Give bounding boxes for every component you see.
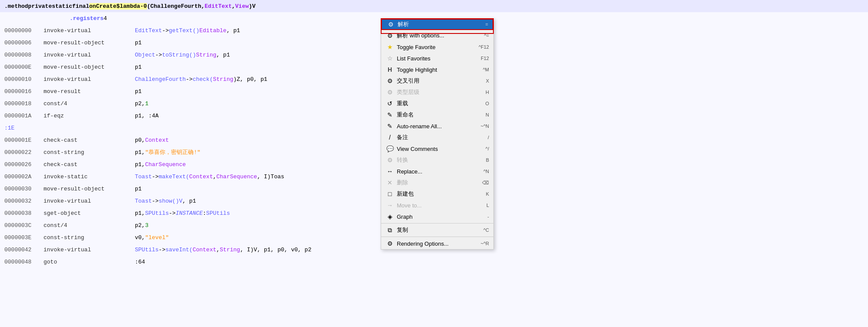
- menu-shortcut-reload: O: [485, 101, 489, 106]
- menu-shortcut-jiexi-options: ^=: [484, 33, 489, 38]
- arg-14b: SPUtils: [145, 210, 169, 217]
- opcode-13: invoke-virtual: [44, 198, 135, 204]
- opcode-12: move-result-object: [44, 186, 135, 192]
- menu-icon-rendering: ⚙: [385, 239, 394, 248]
- addr-6: 00000018: [4, 100, 44, 107]
- menu-shortcut-view-comments: ^/: [486, 146, 489, 151]
- menu-item-replace[interactable]: ↔ Replace... ^N: [381, 166, 493, 177]
- menu-item-type-hier[interactable]: ⚙ 类型层级 H: [381, 87, 493, 98]
- arg-15b: 3: [145, 222, 148, 229]
- param-view: View: [235, 3, 249, 10]
- arg-18: :64: [135, 259, 145, 265]
- menu-label-toggle-favorite: Toggle Favorite: [397, 44, 479, 50]
- menu-shortcut-cross-ref: X: [486, 78, 489, 83]
- arg-14c: ->: [169, 210, 176, 217]
- opcode-4: invoke-virtual: [44, 76, 135, 83]
- addr-4: 00000010: [4, 76, 44, 83]
- arg-17g: , I)V, p1, p0, v0, p2: [240, 247, 312, 253]
- menu-item-reload[interactable]: ↺ 重载 O: [381, 98, 493, 109]
- arg-10a: p1,: [135, 161, 145, 168]
- menu-item-view-comments[interactable]: 💬 View Comments ^/: [381, 143, 493, 154]
- arg-7: p1, :4A: [135, 113, 159, 119]
- arg-8b: Context: [145, 137, 169, 143]
- arg-p1: , p1: [227, 27, 240, 34]
- arg-arrow2: ->: [155, 52, 162, 58]
- arg-11f: , I)Toas: [257, 174, 284, 180]
- menu-item-toggle-favorite[interactable]: ★ Toggle Favorite ^F12: [381, 41, 493, 53]
- menu-item-convert[interactable]: ⚙ 转换 B: [381, 154, 493, 166]
- menu-item-rename[interactable]: ✎ 重命名 N: [381, 109, 493, 120]
- menu-label-rendering-options: Rendering Options...: [397, 240, 480, 247]
- opcode-11: invoke-static: [44, 174, 135, 180]
- addr-8: 0000001E: [4, 137, 44, 143]
- arg-11a: Toast: [135, 174, 152, 180]
- addr-11: 0000002A: [4, 174, 44, 180]
- addr-0: 00000000: [4, 27, 44, 34]
- menu-item-toggle-highlight[interactable]: H Toggle Highlight ^M: [381, 64, 493, 75]
- arg-3: p1: [135, 64, 142, 70]
- opcode-5: move-result: [44, 88, 135, 95]
- arg-6a: p2,: [135, 100, 145, 107]
- arg-16b: "level": [145, 234, 169, 241]
- menu-shortcut-graph: -: [487, 214, 489, 219]
- arg-11d: ,: [213, 174, 216, 180]
- menu-shortcut-rendering-options: ~^R: [480, 241, 489, 246]
- param-comma: ,: [232, 3, 235, 10]
- arg-arrow: ->: [162, 27, 169, 34]
- addr-14: 00000038: [4, 210, 44, 217]
- arg-edittext-ref: EditText: [135, 27, 162, 34]
- arg-14a: p1,: [135, 210, 145, 217]
- menu-icon-auto-rename: ✎: [385, 122, 394, 130]
- menu-label-replace: Replace...: [397, 168, 483, 175]
- menu-shortcut-delete: ⌫: [482, 180, 489, 186]
- arg-11e: CharSequence: [216, 174, 257, 180]
- menu-item-list-favorites[interactable]: ☆ List Favorites F12: [381, 53, 493, 64]
- menu-item-copy[interactable]: ⧉ 复制 ^C: [381, 224, 493, 236]
- arg-14d: INSTANCE: [176, 210, 203, 217]
- addr-5: 00000016: [4, 88, 44, 95]
- opcode-1: move-result-object: [44, 40, 135, 46]
- opcode-3: move-result-object: [44, 64, 135, 70]
- opcode-18: goto: [44, 259, 135, 265]
- menu-item-comment[interactable]: / 备注 /: [381, 132, 493, 143]
- opcode-registers: .registers: [44, 15, 104, 22]
- menu-label-type-hier: 类型层级: [397, 88, 486, 96]
- arg-tostring: toString(): [162, 52, 196, 58]
- arg-17f: String: [220, 247, 240, 253]
- arg-string-type: String: [196, 52, 216, 58]
- menu-item-graph[interactable]: ◈ Graph -: [381, 211, 493, 222]
- menu-item-jiexi[interactable]: ⚙ 解析 =: [381, 19, 493, 30]
- arg-11b: makeText(: [159, 174, 189, 180]
- menu-item-cross-ref[interactable]: ⚙ 交叉引用 X: [381, 75, 493, 87]
- menu-label-cross-ref: 交叉引用: [397, 77, 486, 85]
- keyword-private: private: [28, 3, 52, 10]
- menu-label-graph: Graph: [397, 214, 487, 220]
- arg-14e: :: [203, 210, 206, 217]
- param-edittext: EditText: [204, 3, 231, 10]
- menu-shortcut-toggle-highlight: ^M: [483, 67, 489, 72]
- menu-icon-comment: /: [385, 133, 394, 142]
- arg-5: p1: [135, 88, 142, 95]
- menu-item-delete[interactable]: ✕ 删除 ⌫: [381, 177, 493, 188]
- opcode-16: const-string: [44, 234, 135, 241]
- menu-shortcut-convert: B: [486, 157, 489, 163]
- arg-16a: v0,: [135, 234, 145, 241]
- menu-icon-jiexi: ⚙: [386, 20, 395, 29]
- menu-shortcut-new-package: K: [486, 191, 489, 197]
- arg-string-param: String: [213, 76, 233, 83]
- menu-item-move-to[interactable]: → Move to... L: [381, 200, 493, 211]
- menu-icon-type-hier: ⚙: [385, 88, 394, 97]
- menu-shortcut-comment: /: [488, 135, 489, 140]
- menu-icon-star: ★: [385, 43, 394, 51]
- menu-item-rendering-options[interactable]: ⚙ Rendering Options... ~^R: [381, 238, 493, 249]
- arg-8a: p0,: [135, 137, 145, 143]
- menu-icon-move-to: →: [385, 201, 394, 210]
- menu-icon-reload: ↺: [385, 99, 394, 108]
- menu-item-jiexi-options[interactable]: ⚙ 解析 with options... ^=: [381, 30, 493, 41]
- menu-label-convert: 转换: [397, 156, 486, 164]
- menu-icon-delete: ✕: [385, 178, 394, 187]
- menu-item-auto-rename[interactable]: ✎ Auto-rename All... ~^N: [381, 120, 493, 132]
- addr-9: 00000022: [4, 149, 44, 156]
- menu-item-new-package[interactable]: □ 新建包 K: [381, 188, 493, 200]
- code-line-header: .method private static final onCreate$la…: [0, 0, 868, 12]
